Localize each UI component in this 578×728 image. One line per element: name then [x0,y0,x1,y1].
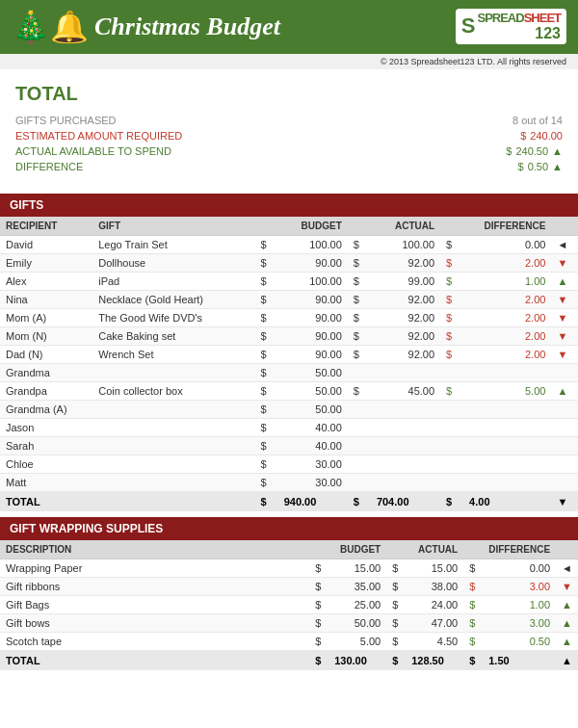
gifts-total-actual: 704.00 [371,492,440,512]
gifts-total-diff-dollar: $ [440,492,463,512]
logo-spread-row: SPREADSHEET [477,11,561,25]
diff-cell: 5.00 [463,382,551,401]
diff-arrow [551,364,578,382]
wrapping-budget: 25.00 [328,596,386,614]
logo-spread: SPREAD [477,11,523,25]
gifts-row-3: Nina Necklace (Gold Heart) $ 90.00 $ 92.… [0,291,578,309]
col-wrapping-difference: DIFFERENCE [483,540,556,559]
diff-arrow: ▼ [551,254,578,273]
diff-dollar-cell: $ [440,327,463,346]
difference-row: DIFFERENCE $ 0.50 ▲ [15,159,563,174]
actual-dollar-cell: $ [348,382,371,401]
wrapping-total-actual: 128.50 [406,651,463,671]
actual-cell: 92.00 [371,291,440,309]
diff-dollar-cell [440,474,463,492]
diff-dollar-cell [440,419,463,437]
col-budget: BUDGET [278,217,348,236]
actual-cell: 92.00 [371,254,440,273]
logo-text: SPREADSHEET 123 [477,11,561,42]
col-actual: ACTUAL [371,217,440,236]
header-left: 🎄🔔 Christmas Budget [12,9,280,45]
gift-cell [92,437,254,455]
actual-dollar-cell [348,401,371,419]
wrapping-row-3: Gift bows $ 50.00 $ 47.00 $ 3.00 ▲ [0,614,578,633]
wrapping-diff: 3.00 [483,578,556,596]
col-arrow-h [551,217,578,236]
wrapping-arrow: ◄ [556,559,578,578]
desc-cell: Gift Bags [0,596,309,614]
actual-dollar-cell [348,455,371,474]
col-wrapping-diff-dollar-h [463,540,483,559]
logo-123-row: 123 [477,25,561,42]
gifts-row-7: Grandma $ 50.00 [0,364,578,382]
wrapping-total-arrow: ▲ [556,651,578,671]
actual-row: ACTUAL AVAILABLE TO SPEND $ 240.50 ▲ [15,143,563,159]
actual-cell [371,437,440,455]
diff-cell [463,364,551,382]
wrapping-diff: 0.50 [483,633,556,651]
bells-icon: 🎄🔔 [12,9,89,45]
budget-cell: 100.00 [278,236,348,254]
wrapping-section-header: GIFT WRAPPING SUPPLIES [0,517,578,540]
actual-dollar-cell [348,419,371,437]
recipient-cell: Grandpa [0,382,92,401]
diff-arrow [551,474,578,492]
estimated-label: ESTIMATED AMOUNT REQUIRED [15,130,182,142]
actual-cell [371,401,440,419]
recipient-cell: Nina [0,291,92,309]
actual-dollar-cell: $ [348,273,371,291]
diff-dollar-cell: $ [440,346,463,364]
diff-dollar-cell [440,455,463,474]
diff-arrow [551,455,578,474]
diff-arrow: ▼ [551,327,578,346]
budget-dollar-cell: $ [255,236,278,254]
actual-dollar-cell: $ [348,309,371,327]
gifts-row-5: Mom (N) Cake Baking set $ 90.00 $ 92.00 … [0,327,578,346]
wrapping-arrow: ▼ [556,578,578,596]
gifts-total-label: TOTAL [0,492,92,512]
gifts-row-1: Emily Dollhouse $ 90.00 $ 92.00 $ 2.00 ▼ [0,254,578,273]
col-wrapping-actual-dollar-h [386,540,406,559]
gifts-row-8: Grandpa Coin collector box $ 50.00 $ 45.… [0,382,578,401]
recipient-cell: Grandma [0,364,92,382]
wrapping-total-label: TOTAL [0,651,309,671]
wrapping-arrow: ▲ [556,614,578,633]
wrapping-actual: 38.00 [406,578,463,596]
gifts-total-row: TOTAL $ 940.00 $ 704.00 $ 4.00 ▼ [0,492,578,512]
budget-cell: 100.00 [278,273,348,291]
gifts-table-header: RECIPIENT GIFT BUDGET ACTUAL DIFFERENCE [0,217,578,236]
diff-cell: 2.00 [463,254,551,273]
budget-cell: 50.00 [278,401,348,419]
wrapping-row-0: Wrapping Paper $ 15.00 $ 15.00 $ 0.00 ◄ [0,559,578,578]
col-description: DESCRIPTION [0,540,309,559]
actual-arrow-up-icon: ▲ [552,145,563,157]
gifts-purchased-label: GIFTS PURCHASED [15,115,117,126]
budget-cell: 30.00 [278,474,348,492]
logo-123: 123 [535,25,561,41]
logo-area: S SPREADSHEET 123 [456,9,566,46]
wrapping-budget: 15.00 [328,559,386,578]
wrapping-total-budget: 130.00 [328,651,386,671]
recipient-cell: Sarah [0,437,92,455]
budget-cell: 50.00 [278,364,348,382]
summary-total-label: TOTAL [15,83,563,105]
gift-cell [92,455,254,474]
diff-dollar-cell: $ [440,382,463,401]
recipient-cell: Dad (N) [0,346,92,364]
wrapping-diff-dollar: $ [463,633,483,651]
diff-arrow: ▲ [551,382,578,401]
gifts-total-diff: 4.00 [463,492,551,512]
wrapping-actual-dollar: $ [386,633,406,651]
estimated-amount: 240.00 [530,130,563,142]
gifts-row-6: Dad (N) Wrench Set $ 90.00 $ 92.00 $ 2.0… [0,346,578,364]
wrapping-budget-dollar: $ [309,633,328,651]
gifts-table: RECIPIENT GIFT BUDGET ACTUAL DIFFERENCE … [0,217,578,511]
difference-dollar: $ [518,161,524,172]
desc-cell: Scotch tape [0,633,309,651]
actual-cell: 45.00 [371,382,440,401]
col-recipient: RECIPIENT [0,217,92,236]
wrapping-budget: 35.00 [328,578,386,596]
gifts-row-0: David Lego Train Set $ 100.00 $ 100.00 $… [0,236,578,254]
logo-sheet: SHEET [524,11,561,25]
wrapping-diff: 1.00 [483,596,556,614]
